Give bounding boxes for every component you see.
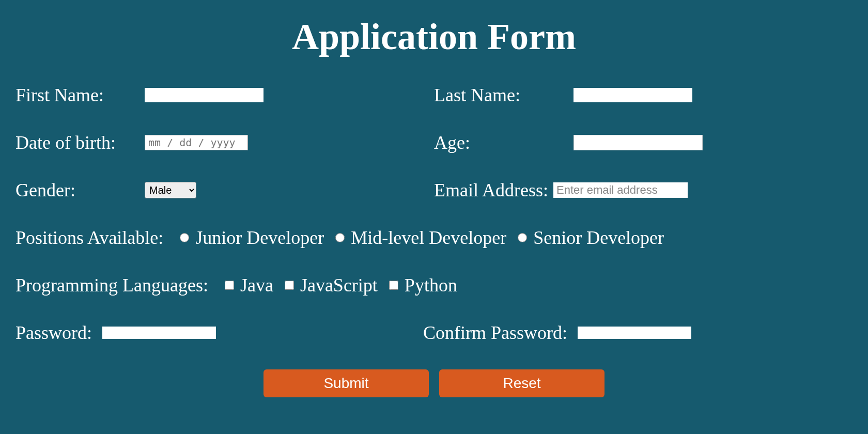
confirm-password-group: Confirm Password: <box>392 322 853 344</box>
reset-button[interactable]: Reset <box>439 369 605 397</box>
row-languages: Programming Languages: Java JavaScript P… <box>16 274 853 296</box>
position-mid-radio[interactable] <box>335 233 345 242</box>
lang-python-label: Python <box>405 274 457 296</box>
last-name-label: Last Name: <box>434 84 563 106</box>
dob-group: Date of birth: <box>16 132 434 153</box>
row-password: Password: Confirm Password: <box>16 322 853 344</box>
position-junior-radio[interactable] <box>180 233 189 242</box>
gender-label: Gender: <box>16 179 134 201</box>
row-name: First Name: Last Name: <box>16 84 853 106</box>
email-label: Email Address: <box>434 179 548 201</box>
dob-input[interactable] <box>145 135 248 150</box>
age-group: Age: <box>434 132 853 153</box>
dob-label: Date of birth: <box>16 132 134 153</box>
password-input[interactable] <box>102 327 216 339</box>
positions-group: Positions Available: Junior Developer Mi… <box>16 227 669 249</box>
button-row: Submit Reset <box>16 369 853 397</box>
lang-java-checkbox[interactable] <box>225 281 234 290</box>
form-container: Application Form First Name: Last Name: … <box>0 0 868 408</box>
lang-javascript-label: JavaScript <box>300 274 378 296</box>
age-input[interactable] <box>574 135 703 150</box>
row-dob-age: Date of birth: Age: <box>16 132 853 153</box>
password-group: Password: <box>16 322 392 344</box>
confirm-password-label: Confirm Password: <box>423 322 567 344</box>
lang-java-label: Java <box>240 274 273 296</box>
positions-label: Positions Available: <box>16 227 163 249</box>
row-gender-email: Gender: Male Email Address: <box>16 179 853 201</box>
gender-select[interactable]: Male <box>145 182 196 198</box>
first-name-label: First Name: <box>16 84 134 106</box>
email-group: Email Address: <box>434 179 853 201</box>
password-label: Password: <box>16 322 92 344</box>
email-input[interactable] <box>553 182 688 198</box>
languages-label: Programming Languages: <box>16 274 208 296</box>
gender-group: Gender: Male <box>16 179 434 201</box>
first-name-group: First Name: <box>16 84 434 106</box>
position-senior-radio[interactable] <box>518 233 527 242</box>
position-senior-label: Senior Developer <box>533 227 664 249</box>
submit-button[interactable]: Submit <box>264 369 429 397</box>
lang-javascript-checkbox[interactable] <box>285 281 294 290</box>
age-label: Age: <box>434 132 563 153</box>
lang-python-checkbox[interactable] <box>389 281 398 290</box>
last-name-input[interactable] <box>574 88 692 102</box>
last-name-group: Last Name: <box>434 84 853 106</box>
position-mid-label: Mid-level Developer <box>351 227 506 249</box>
row-positions: Positions Available: Junior Developer Mi… <box>16 227 853 249</box>
page-title: Application Form <box>16 16 853 58</box>
languages-group: Programming Languages: Java JavaScript P… <box>16 274 462 296</box>
confirm-password-input[interactable] <box>578 327 691 339</box>
position-junior-label: Junior Developer <box>195 227 324 249</box>
first-name-input[interactable] <box>145 88 264 102</box>
